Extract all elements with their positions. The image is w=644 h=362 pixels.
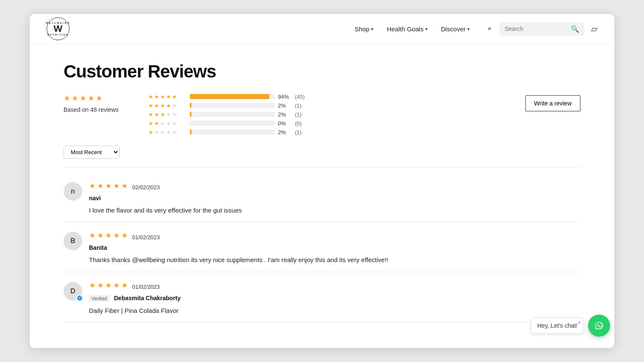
reviewer-name: Debasmita Chakraborty — [114, 295, 180, 301]
chevron-down-icon: ▾ — [467, 27, 469, 31]
bar-fill-5 — [190, 94, 269, 99]
avatar-letter: D — [70, 287, 75, 295]
bar-stars-1: ★★★★★ — [148, 129, 186, 135]
reviewer-name-row: Verified Debasmita Chakraborty — [89, 294, 180, 302]
star-4: ★ — [88, 94, 94, 103]
star-3: ★ — [80, 94, 86, 103]
review-meta: ★★★★★ 02/02/2023 navi — [89, 181, 160, 202]
review-header: D ✓ ★★★★★ 01/02/2023 Verified Debasmita … — [64, 281, 580, 302]
logo[interactable]: WELLBEING W NUTRITION — [47, 17, 69, 40]
nav-links: Shop ▾ Health Goals ▾ Discover ▾ — [355, 25, 469, 33]
review-meta: ★★★★★ 01/02/2023 Banita — [89, 231, 160, 251]
review-item: B ★★★★★ 01/02/2023 Banita Thanks thanks … — [64, 222, 580, 272]
navbar: WELLBEING W NUTRITION Shop ▾ Health Goal… — [30, 14, 614, 44]
review-item: D ✓ ★★★★★ 01/02/2023 Verified Debasmita … — [64, 272, 580, 323]
bar-pct-2: 0% — [278, 120, 291, 127]
svg-point-0 — [592, 319, 606, 332]
rating-row-5: ★★★★★ 94% (45) — [148, 94, 307, 100]
sort-row: Most Recent Highest Rating Lowest Rating — [64, 146, 580, 159]
search-input[interactable] — [505, 25, 567, 32]
overall-rating: ★ ★ ★ ★ ★ Based on 48 reviews — [64, 94, 131, 113]
chat-widget: Hey, Let's chat! × — [531, 315, 610, 337]
search-icon[interactable]: 🔍 — [571, 25, 579, 33]
review-header: B ★★★★★ 01/02/2023 Banita — [64, 231, 580, 251]
chat-bubble-text: Hey, Let's chat! — [537, 322, 577, 329]
review-stars-date: ★★★★★ 01/02/2023 — [89, 231, 160, 243]
page-title: Customer Reviews — [64, 61, 580, 82]
review-stars-date: ★★★★★ 02/02/2023 — [89, 181, 160, 194]
avatar-letter: n — [71, 188, 75, 195]
avatar-letter: B — [70, 237, 75, 245]
sort-select[interactable]: Most Recent Highest Rating Lowest Rating — [64, 146, 119, 159]
bar-stars-2: ★★★★★ — [148, 120, 186, 127]
rating-bars: ★★★★★ 94% (45) ★★★★★ 2% — [148, 94, 307, 135]
verified-icon: ✓ — [76, 295, 83, 301]
avatar: D ✓ — [64, 282, 82, 301]
rating-row-4: ★★★★★ 2% (1) — [148, 102, 307, 109]
bar-stars-5: ★★★★★ — [148, 94, 186, 100]
nav-discover[interactable]: Discover ▾ — [441, 25, 469, 33]
bar-fill-3 — [190, 112, 192, 117]
bar-container-2 — [190, 121, 275, 126]
nav-health-goals[interactable]: Health Goals ▾ — [387, 25, 427, 33]
review-date: 01/02/2023 — [132, 284, 160, 290]
star-2: ★ — [72, 94, 78, 103]
overall-stars: ★ ★ ★ ★ ★ — [64, 94, 103, 103]
reviews-summary: ★ ★ ★ ★ ★ Based on 48 reviews ★★★★★ — [64, 94, 580, 135]
main-content: Customer Reviews ★ ★ ★ ★ ★ Based on 48 r… — [30, 44, 614, 348]
nav-health-goals-label: Health Goals — [387, 25, 424, 33]
review-meta: ★★★★★ 01/02/2023 Verified Debasmita Chak… — [89, 281, 180, 302]
rating-row-3: ★★★★★ 2% (1) — [148, 111, 307, 118]
bar-pct-3: 2% — [278, 111, 291, 118]
bar-count-1: (1) — [295, 129, 307, 135]
nav-right: ⚬ 🔍 ▱ — [486, 22, 597, 36]
reviews-divider — [64, 167, 580, 168]
user-icon[interactable]: ⚬ — [486, 24, 493, 33]
review-body: I love the flavor and its very effective… — [64, 206, 580, 216]
logo-bottom-text: NUTRITION — [47, 33, 69, 36]
review-stars: ★★★★★ — [89, 281, 128, 290]
bar-stars-4: ★★★★★ — [148, 102, 186, 109]
review-item: n ★★★★★ 02/02/2023 navi I love the flavo… — [64, 173, 580, 223]
rating-row-2: ★★★★★ 0% (0) — [148, 120, 307, 127]
whatsapp-button[interactable] — [588, 315, 610, 337]
review-stars: ★★★★★ — [89, 181, 128, 191]
based-on-text: Based on 48 reviews — [64, 106, 119, 113]
rating-row-1: ★★★★★ 2% (1) — [148, 129, 307, 135]
bar-container-1 — [190, 130, 275, 135]
bar-pct-5: 94% — [278, 94, 291, 100]
bar-fill-1 — [190, 130, 192, 135]
write-review-button[interactable]: Write a review — [525, 95, 580, 111]
bar-count-3: (1) — [295, 111, 307, 118]
bar-count-5: (45) — [295, 94, 307, 100]
avatar: n — [64, 182, 82, 201]
bar-pct-4: 2% — [278, 102, 291, 109]
review-body: Daily Fiber | Pina Colada Flavor — [64, 306, 580, 316]
review-stars-date: ★★★★★ 01/02/2023 — [89, 281, 180, 293]
bar-pct-1: 2% — [278, 129, 291, 135]
nav-shop-label: Shop — [355, 25, 369, 33]
bar-container-4 — [190, 103, 275, 108]
nav-shop[interactable]: Shop ▾ — [355, 25, 373, 33]
nav-discover-label: Discover — [441, 25, 466, 33]
close-icon[interactable]: × — [578, 320, 581, 326]
chevron-down-icon: ▾ — [425, 27, 427, 31]
star-5: ★ — [96, 94, 103, 103]
verified-label: Verified — [89, 295, 110, 302]
review-stars: ★★★★★ — [89, 231, 128, 240]
star-1: ★ — [64, 94, 70, 103]
reviewer-name: navi — [89, 195, 160, 202]
review-date: 01/02/2023 — [132, 234, 160, 240]
bar-count-4: (1) — [295, 102, 307, 109]
cart-icon[interactable]: ▱ — [591, 24, 597, 34]
search-bar[interactable]: 🔍 — [500, 22, 584, 36]
reviewer-name: Banita — [89, 244, 160, 251]
chevron-down-icon: ▾ — [371, 27, 373, 31]
bar-container-5 — [190, 94, 275, 99]
chat-bubble: Hey, Let's chat! × — [531, 318, 584, 334]
logo-w-text: W — [54, 24, 63, 33]
bar-fill-4 — [190, 103, 192, 108]
review-body: Thanks thanks @wellbeing nutrition its v… — [64, 255, 580, 265]
review-header: n ★★★★★ 02/02/2023 navi — [64, 181, 580, 202]
bar-stars-3: ★★★★★ — [148, 111, 186, 118]
